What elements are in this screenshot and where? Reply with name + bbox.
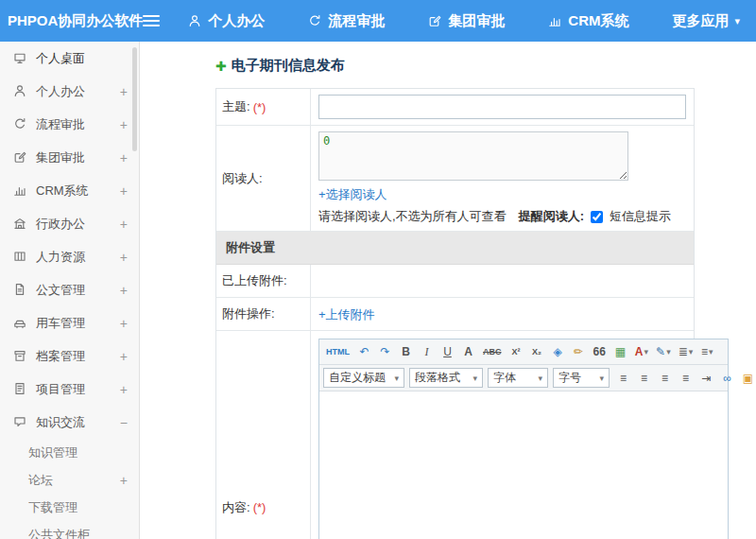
sidebar-item-document-mgmt[interactable]: 公文管理 + bbox=[0, 273, 139, 306]
user-icon bbox=[13, 84, 27, 98]
font-family-select[interactable]: 字体 ▾ bbox=[488, 368, 548, 388]
add-icon: ✚ bbox=[215, 59, 227, 74]
remind-readers-label: 提醒阅读人: bbox=[519, 208, 584, 225]
italic-button[interactable]: I bbox=[418, 342, 437, 361]
attachment-section-header: 附件设置 bbox=[216, 232, 694, 265]
expand-toggle-icon[interactable]: + bbox=[118, 150, 128, 165]
sidebar-item-workflow-approval[interactable]: 流程审批 + bbox=[0, 108, 139, 141]
nav-personal-office[interactable]: 个人办公 bbox=[188, 12, 270, 30]
car-icon bbox=[13, 316, 27, 330]
top-nav: 个人办公 流程审批 集团审批 CRM系统 bbox=[188, 12, 756, 30]
undo-button[interactable]: ↶ bbox=[355, 342, 374, 361]
choose-readers-link[interactable]: +选择阅读人 bbox=[318, 186, 387, 203]
sidebar-item-admin-office[interactable]: 行政办公 + bbox=[0, 207, 139, 240]
flow-icon bbox=[308, 14, 322, 28]
align-center-button[interactable]: ≡ bbox=[635, 369, 654, 388]
attachment-ops-row: 附件操作: +上传附件 bbox=[216, 298, 694, 331]
expand-toggle-icon[interactable]: + bbox=[118, 117, 128, 132]
quote-button[interactable]: 66 bbox=[591, 342, 610, 361]
sidebar-item-project-mgmt[interactable]: 项目管理 + bbox=[0, 373, 139, 406]
font-size-select[interactable]: 字号 ▾ bbox=[553, 368, 610, 388]
nav-group-approval[interactable]: 集团审批 bbox=[428, 12, 510, 30]
superscript-button[interactable]: X² bbox=[507, 342, 526, 361]
chart-icon bbox=[548, 14, 562, 28]
hr-icon bbox=[13, 250, 27, 264]
expand-toggle-icon[interactable]: + bbox=[118, 283, 128, 298]
nav-more-apps[interactable]: 更多应用 ▾ bbox=[673, 12, 741, 30]
chevron-down-icon: ▾ bbox=[709, 347, 713, 356]
chevron-down-icon: ▾ bbox=[599, 374, 604, 383]
paragraph-format-select[interactable]: 段落格式 ▾ bbox=[409, 368, 483, 388]
insert-link-button[interactable]: ∞ bbox=[718, 369, 737, 388]
nav-crm-system[interactable]: CRM系统 bbox=[548, 12, 634, 30]
source-code-button[interactable]: HTML bbox=[323, 342, 353, 361]
sidebar-subitem-forum[interactable]: 论坛 + bbox=[0, 466, 139, 494]
bold-button[interactable]: B bbox=[397, 342, 416, 361]
required-marker: (*) bbox=[253, 500, 266, 514]
unordered-list-button[interactable]: ≡ ▾ bbox=[697, 342, 716, 361]
sms-notify-label: 短信息提示 bbox=[610, 208, 671, 225]
editor-toolbar-row2: 自定义标题 ▾ 段落格式 ▾ 字体 bbox=[319, 365, 728, 391]
menu-icon[interactable] bbox=[143, 12, 160, 29]
sidebar-item-human-resources[interactable]: 人力资源 + bbox=[0, 240, 139, 273]
sidebar-item-vehicle-mgmt[interactable]: 用车管理 + bbox=[0, 306, 139, 339]
sidebar-subitem-download-mgmt[interactable]: 下载管理 bbox=[0, 494, 139, 521]
indent-button[interactable]: ⇥ bbox=[697, 369, 716, 388]
sidebar-item-personal-office[interactable]: 个人办公 + bbox=[0, 75, 139, 108]
edit-icon bbox=[428, 14, 442, 28]
upload-attachment-link[interactable]: +上传附件 bbox=[318, 306, 375, 323]
chat-icon bbox=[13, 415, 27, 429]
required-marker: (*) bbox=[253, 100, 266, 114]
expand-toggle-icon[interactable]: − bbox=[118, 415, 128, 430]
sidebar-subitem-public-file-cabinet[interactable]: 公共文件柜 bbox=[0, 521, 139, 539]
underline-button[interactable]: U bbox=[438, 342, 457, 361]
app-logo: PHPOA协同办公软件 bbox=[0, 12, 143, 30]
top-header: PHPOA协同办公软件 个人办公 流程审批 集团审批 bbox=[0, 0, 756, 42]
editor-content-area[interactable] bbox=[319, 391, 728, 539]
insert-image-button[interactable]: ▣ bbox=[739, 369, 756, 388]
expand-toggle-icon[interactable]: + bbox=[118, 250, 128, 265]
sidebar-item-personal-desktop[interactable]: 个人桌面 bbox=[0, 42, 139, 75]
font-name-button[interactable]: A bbox=[459, 342, 478, 361]
readers-textarea[interactable]: 0 bbox=[318, 131, 628, 181]
expand-toggle-icon[interactable]: + bbox=[118, 183, 128, 199]
page-title-text: 电子期刊信息发布 bbox=[232, 57, 345, 75]
sidebar-submenu: 知识管理 论坛 + 下载管理 公共文件柜 bbox=[0, 439, 139, 539]
sidebar-item-knowledge-exchange[interactable]: 知识交流 − bbox=[0, 406, 139, 439]
highlight-pen-button[interactable]: ✎ ▾ bbox=[653, 342, 674, 361]
readers-row: 阅读人: 0 +选择阅读人 请选择阅读人,不选为所有人可查看 提醒阅读人: 短信… bbox=[216, 126, 694, 232]
subscript-button[interactable]: X₂ bbox=[528, 342, 547, 361]
align-left-button[interactable]: ≡ bbox=[614, 369, 633, 388]
expand-toggle-icon[interactable]: + bbox=[118, 316, 128, 331]
sidebar-scrollbar[interactable] bbox=[132, 47, 137, 151]
sidebar-item-archive-mgmt[interactable]: 档案管理 + bbox=[0, 339, 139, 373]
sidebar-subitem-knowledge-mgmt[interactable]: 知识管理 bbox=[0, 439, 139, 466]
expand-toggle-icon[interactable]: + bbox=[118, 217, 128, 232]
ordered-list-button[interactable]: ≣ ▾ bbox=[676, 342, 696, 361]
sms-notify-checkbox[interactable] bbox=[591, 211, 603, 223]
readers-hint-line: 请选择阅读人,不选为所有人可查看 提醒阅读人: 短信息提示 bbox=[318, 208, 686, 225]
align-right-button[interactable]: ≡ bbox=[656, 369, 675, 388]
format-brush-button[interactable]: ✏ bbox=[570, 342, 589, 361]
readers-label: 阅读人: bbox=[216, 126, 311, 231]
content-label: 内容: (*) bbox=[216, 331, 311, 539]
doc-icon bbox=[13, 283, 27, 297]
insert-table-button[interactable]: ▦ bbox=[611, 342, 630, 361]
building-icon bbox=[13, 217, 27, 231]
sidebar-item-group-approval[interactable]: 集团审批 + bbox=[0, 141, 139, 174]
main-content: ✚ 电子期刊信息发布 主题: (*) 阅读人: 0 +选择阅读人 请选择阅读人,… bbox=[141, 42, 756, 539]
expand-toggle-icon[interactable]: + bbox=[118, 473, 128, 488]
strikethrough-button[interactable]: ABC bbox=[480, 342, 506, 361]
sidebar-item-crm-system[interactable]: CRM系统 + bbox=[0, 174, 139, 207]
remove-format-button[interactable]: ◈ bbox=[549, 342, 568, 361]
publish-form: 主题: (*) 阅读人: 0 +选择阅读人 请选择阅读人,不选为所有人可查看 提… bbox=[215, 88, 695, 539]
redo-button[interactable]: ↷ bbox=[376, 342, 395, 361]
expand-toggle-icon[interactable]: + bbox=[118, 349, 128, 364]
nav-workflow-approval[interactable]: 流程审批 bbox=[308, 12, 390, 30]
expand-toggle-icon[interactable]: + bbox=[118, 382, 128, 397]
font-color-button[interactable]: A ▾ bbox=[632, 342, 651, 361]
align-justify-button[interactable]: ≡ bbox=[677, 369, 696, 388]
expand-toggle-icon[interactable]: + bbox=[118, 84, 128, 99]
custom-heading-select[interactable]: 自定义标题 ▾ bbox=[323, 368, 404, 388]
subject-input[interactable] bbox=[318, 95, 686, 119]
